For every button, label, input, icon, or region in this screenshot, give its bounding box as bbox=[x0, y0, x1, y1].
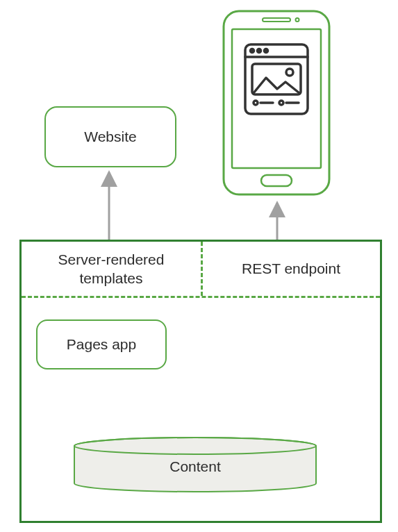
svg-point-9 bbox=[265, 49, 268, 53]
pages-app-label: Pages app bbox=[67, 335, 136, 354]
mobile-device-icon bbox=[221, 8, 332, 197]
server-rendered-templates-label: Server-rendered templates bbox=[26, 250, 197, 288]
rest-endpoint-cell: REST endpoint bbox=[201, 242, 381, 296]
pages-app-node: Pages app bbox=[36, 319, 167, 369]
content-label-wrap: Content bbox=[73, 457, 317, 476]
server-rendered-templates-cell: Server-rendered templates bbox=[22, 242, 201, 296]
website-node: Website bbox=[44, 106, 176, 167]
rest-endpoint-label: REST endpoint bbox=[242, 259, 340, 278]
diagram-stage: Website bbox=[0, 0, 398, 532]
website-label: Website bbox=[84, 127, 136, 146]
content-label: Content bbox=[169, 458, 221, 474]
svg-point-8 bbox=[258, 49, 261, 53]
divider-horizontal bbox=[22, 296, 380, 298]
svg-point-7 bbox=[251, 49, 254, 53]
